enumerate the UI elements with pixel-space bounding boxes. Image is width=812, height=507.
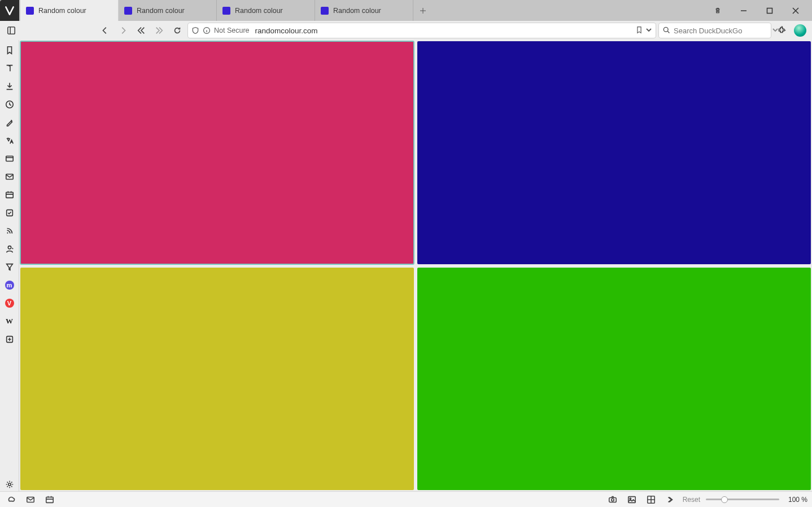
- reading-list-panel-icon[interactable]: [3, 62, 16, 75]
- extensions-icon[interactable]: [774, 23, 789, 38]
- slider-thumb[interactable]: [721, 496, 728, 503]
- tab-bar: Random colour Random colour Random colou…: [0, 0, 812, 21]
- image-toggle-icon[interactable]: [625, 493, 639, 506]
- rewind-button[interactable]: [133, 23, 149, 38]
- panel-bar: m V W: [0, 40, 19, 491]
- not-secure-label: Not Secure: [214, 27, 250, 34]
- page-actions-icon[interactable]: [663, 493, 677, 506]
- url-input[interactable]: [255, 27, 632, 35]
- zoom-value: 100 %: [785, 496, 807, 504]
- capture-icon[interactable]: [606, 493, 619, 506]
- slider-track[interactable]: [706, 499, 779, 500]
- tile-0[interactable]: [20, 41, 414, 264]
- tab-0[interactable]: Random colour: [20, 0, 119, 21]
- sync-icon[interactable]: [5, 493, 18, 506]
- minimize-button[interactable]: [735, 2, 752, 19]
- bookmarks-panel-icon[interactable]: [3, 43, 16, 57]
- notes-panel-icon[interactable]: [3, 116, 16, 129]
- favicon: [222, 7, 230, 15]
- svg-rect-1: [8, 27, 15, 34]
- status-bar: Reset 100 %: [0, 491, 812, 507]
- wikipedia-panel-icon[interactable]: W: [3, 314, 16, 328]
- tile-1[interactable]: [417, 41, 811, 264]
- profile-avatar[interactable]: [794, 24, 806, 37]
- tab-1[interactable]: Random colour: [119, 0, 217, 21]
- tile-3[interactable]: [417, 268, 811, 491]
- svg-rect-0: [767, 8, 772, 13]
- fast-forward-button[interactable]: [151, 23, 167, 38]
- bookmark-icon[interactable]: [635, 26, 643, 36]
- svg-point-10: [8, 246, 11, 249]
- back-button[interactable]: [97, 23, 113, 38]
- history-panel-icon[interactable]: [3, 98, 16, 111]
- body: m V W: [0, 40, 812, 491]
- tasks-panel-icon[interactable]: [3, 206, 16, 220]
- contacts-panel-icon[interactable]: [3, 242, 16, 256]
- info-icon[interactable]: [203, 27, 211, 34]
- svg-rect-5: [6, 156, 12, 161]
- address-bar-row: Not Secure: [0, 21, 812, 40]
- tiling-icon[interactable]: [644, 493, 658, 506]
- translate-panel-icon[interactable]: [3, 134, 16, 147]
- svg-point-3: [663, 27, 668, 32]
- shield-icon[interactable]: [191, 27, 199, 34]
- tab-3[interactable]: Random colour: [315, 0, 413, 21]
- zoom-reset[interactable]: Reset: [683, 496, 700, 504]
- tab-title: Random colour: [235, 7, 283, 15]
- search-engine-icon[interactable]: [662, 26, 670, 36]
- mail-status-icon[interactable]: [24, 493, 37, 506]
- tabs: Random colour Random colour Random colou…: [20, 0, 413, 21]
- favicon: [321, 7, 329, 15]
- add-panel-icon[interactable]: [3, 333, 16, 346]
- svg-point-9: [7, 232, 8, 233]
- forward-button[interactable]: [115, 23, 131, 38]
- panel-toggle-icon[interactable]: [3, 23, 19, 38]
- vivaldi-menu-icon[interactable]: [0, 0, 19, 21]
- search-input[interactable]: [674, 27, 769, 35]
- settings-icon[interactable]: [3, 478, 16, 491]
- zoom-slider[interactable]: [706, 499, 779, 500]
- svg-rect-14: [46, 497, 53, 502]
- address-dropdown-icon[interactable]: [645, 27, 652, 35]
- feeds-panel-icon[interactable]: [3, 224, 16, 238]
- maximize-button[interactable]: [761, 2, 778, 19]
- tab-title: Random colour: [38, 7, 86, 15]
- calendar-status-icon[interactable]: [43, 493, 56, 506]
- content-area: [19, 40, 812, 491]
- svg-point-12: [8, 483, 10, 486]
- mastodon-panel-icon[interactable]: m: [3, 278, 16, 292]
- tab-title: Random colour: [137, 7, 185, 15]
- reload-button[interactable]: [169, 23, 185, 38]
- window-panel-icon[interactable]: [3, 152, 16, 165]
- close-button[interactable]: [787, 2, 804, 19]
- address-box[interactable]: Not Secure: [187, 23, 656, 38]
- tile-2[interactable]: [20, 268, 414, 491]
- trash-icon[interactable]: [709, 2, 726, 19]
- search-box[interactable]: [658, 23, 771, 38]
- tab-title: Random colour: [333, 7, 381, 15]
- tab-2[interactable]: Random colour: [217, 0, 315, 21]
- svg-point-16: [611, 499, 613, 501]
- favicon: [26, 7, 34, 15]
- mail-panel-icon[interactable]: [3, 170, 16, 183]
- calendar-panel-icon[interactable]: [3, 188, 16, 202]
- window-controls: [709, 0, 812, 21]
- tile-grid: [20, 41, 811, 490]
- favicon: [124, 7, 132, 15]
- vivaldi-panel-icon[interactable]: V: [3, 296, 16, 310]
- browser-window: Random colour Random colour Random colou…: [0, 0, 812, 507]
- filter-panel-icon[interactable]: [3, 260, 16, 274]
- svg-rect-7: [6, 193, 12, 198]
- downloads-panel-icon[interactable]: [3, 80, 16, 93]
- new-tab-button[interactable]: [413, 0, 433, 21]
